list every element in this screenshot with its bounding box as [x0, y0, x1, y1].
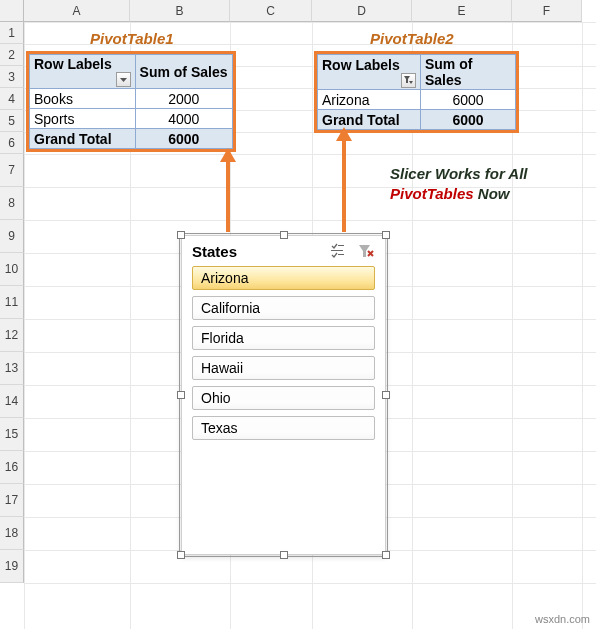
filter-dropdown-icon[interactable] — [116, 72, 131, 87]
column-header-D[interactable]: D — [312, 0, 412, 22]
row-header-gutter — [0, 0, 24, 22]
row-header-15[interactable]: 15 — [0, 418, 24, 451]
pivot-table-2[interactable]: Row Labels Sum of Sales Arizona6000Grand… — [314, 51, 519, 133]
clear-filter-icon[interactable] — [357, 242, 375, 260]
column-header-F[interactable]: F — [512, 0, 582, 22]
column-headers: ABCDEF — [24, 0, 582, 22]
row-header-4[interactable]: 4 — [0, 88, 24, 110]
table-row[interactable]: Books2000 — [30, 89, 233, 109]
svg-rect-0 — [331, 250, 343, 251]
pivot1-title: PivotTable1 — [90, 30, 174, 47]
filter-active-dropdown-icon[interactable] — [401, 73, 416, 88]
grand-total-row[interactable]: Grand Total6000 — [30, 129, 233, 149]
row-header-18[interactable]: 18 — [0, 517, 24, 550]
pivot1-col2-header: Sum of Sales — [135, 55, 232, 89]
row-header-16[interactable]: 16 — [0, 451, 24, 484]
slicer-panel[interactable]: States ArizonaCaliforniaFloridaHawaiiOhi… — [181, 235, 386, 555]
slicer-item-texas[interactable]: Texas — [192, 416, 375, 440]
row-header-12[interactable]: 12 — [0, 319, 24, 352]
row-header-14[interactable]: 14 — [0, 385, 24, 418]
row-header-3[interactable]: 3 — [0, 66, 24, 88]
row-header-5[interactable]: 5 — [0, 110, 24, 132]
row-header-8[interactable]: 8 — [0, 187, 24, 220]
row-header-19[interactable]: 19 — [0, 550, 24, 583]
row-header-17[interactable]: 17 — [0, 484, 24, 517]
row-header-11[interactable]: 11 — [0, 286, 24, 319]
slicer-title: States — [192, 243, 237, 260]
select-all-corner[interactable] — [0, 0, 24, 22]
row-header-1[interactable]: 1 — [0, 22, 24, 44]
column-header-C[interactable]: C — [230, 0, 312, 22]
slicer-item-arizona[interactable]: Arizona — [192, 266, 375, 290]
row-header-6[interactable]: 6 — [0, 132, 24, 154]
slicer-item-florida[interactable]: Florida — [192, 326, 375, 350]
pivot2-title: PivotTable2 — [370, 30, 454, 47]
table-row[interactable]: Sports4000 — [30, 109, 233, 129]
slicer-item-hawaii[interactable]: Hawaii — [192, 356, 375, 380]
annotation-text: Slicer Works for All PivotTables Now — [390, 164, 528, 203]
table-row[interactable]: Arizona6000 — [318, 90, 516, 110]
watermark: wsxdn.com — [535, 613, 590, 625]
column-header-E[interactable]: E — [412, 0, 512, 22]
pivot-table-1[interactable]: Row Labels Sum of Sales Books2000Sports4… — [26, 51, 236, 152]
row-header-13[interactable]: 13 — [0, 352, 24, 385]
svg-rect-2 — [338, 254, 344, 255]
row-header-2[interactable]: 2 — [0, 44, 24, 66]
row-header-10[interactable]: 10 — [0, 253, 24, 286]
multi-select-icon[interactable] — [329, 242, 347, 260]
svg-rect-1 — [338, 245, 344, 246]
column-header-A[interactable]: A — [24, 0, 130, 22]
slicer-item-ohio[interactable]: Ohio — [192, 386, 375, 410]
pivot2-col2-header: Sum of Sales — [420, 55, 515, 90]
slicer-item-california[interactable]: California — [192, 296, 375, 320]
row-header-7[interactable]: 7 — [0, 154, 24, 187]
pivot2-col1-header: Row Labels — [318, 55, 421, 90]
pivot1-col1-header: Row Labels — [30, 55, 136, 89]
column-header-B[interactable]: B — [130, 0, 230, 22]
row-header-9[interactable]: 9 — [0, 220, 24, 253]
